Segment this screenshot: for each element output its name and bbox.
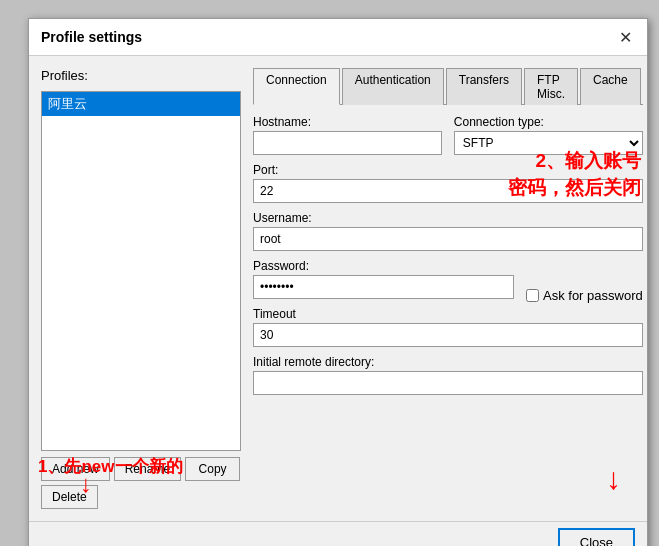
tab-cache[interactable]: Cache bbox=[580, 68, 641, 105]
profile-item[interactable]: 阿里云 bbox=[42, 92, 240, 116]
profiles-list[interactable]: 阿里云 bbox=[41, 91, 241, 451]
hostname-input[interactable] bbox=[253, 131, 442, 155]
close-main-button[interactable]: Close bbox=[558, 528, 635, 546]
profile-buttons-row-1: Add new Rename Copy bbox=[41, 457, 241, 481]
username-group: Username: bbox=[253, 211, 643, 251]
title-bar: Profile settings ✕ bbox=[29, 19, 647, 56]
password-col: Password: bbox=[253, 259, 514, 307]
ask-for-password-col: Ask for password bbox=[526, 259, 643, 307]
tab-connection[interactable]: Connection bbox=[253, 68, 340, 105]
remote-dir-input[interactable] bbox=[253, 371, 643, 395]
connection-type-col: Connection type: SFTP FTP FTPS SCP bbox=[454, 115, 643, 163]
delete-button[interactable]: Delete bbox=[41, 485, 98, 509]
form-row-password: Password: Ask for password bbox=[253, 259, 643, 307]
profiles-label: Profiles: bbox=[41, 68, 241, 83]
timeout-group: Timeout bbox=[253, 307, 643, 347]
tab-authentication[interactable]: Authentication bbox=[342, 68, 444, 105]
ask-for-password-checkbox[interactable] bbox=[526, 289, 539, 302]
right-panel: Connection Authentication Transfers FTP … bbox=[253, 68, 643, 509]
left-panel: Profiles: 阿里云 Add new Rename Copy Delete bbox=[41, 68, 241, 509]
connection-type-select[interactable]: SFTP FTP FTPS SCP bbox=[454, 131, 643, 155]
port-input[interactable] bbox=[253, 179, 643, 203]
add-new-button[interactable]: Add new bbox=[41, 457, 110, 481]
close-icon[interactable]: ✕ bbox=[615, 27, 635, 47]
hostname-group: Hostname: bbox=[253, 115, 442, 155]
ask-for-password-label: Ask for password bbox=[543, 288, 643, 303]
hostname-col: Hostname: bbox=[253, 115, 442, 163]
timeout-input[interactable] bbox=[253, 323, 643, 347]
copy-button[interactable]: Copy bbox=[185, 457, 240, 481]
form-row-hostname-conntype: Hostname: Connection type: SFTP FTP FTPS… bbox=[253, 115, 643, 163]
username-input[interactable] bbox=[253, 227, 643, 251]
dialog-body: Profiles: 阿里云 Add new Rename Copy Delete… bbox=[29, 56, 647, 521]
dialog-footer: Close bbox=[29, 521, 647, 546]
port-group: Port: bbox=[253, 163, 643, 203]
dialog-title: Profile settings bbox=[41, 29, 142, 45]
username-label: Username: bbox=[253, 211, 643, 225]
connection-type-select-wrapper: SFTP FTP FTPS SCP bbox=[454, 131, 643, 155]
password-input[interactable] bbox=[253, 275, 514, 299]
timeout-label: Timeout bbox=[253, 307, 643, 321]
port-label: Port: bbox=[253, 163, 643, 177]
hostname-label: Hostname: bbox=[253, 115, 442, 129]
password-group: Password: bbox=[253, 259, 514, 299]
ask-password-row: Ask for password bbox=[526, 288, 643, 303]
connection-type-label: Connection type: bbox=[454, 115, 643, 129]
connection-type-group: Connection type: SFTP FTP FTPS SCP bbox=[454, 115, 643, 155]
remote-dir-label: Initial remote directory: bbox=[253, 355, 643, 369]
profile-settings-dialog: Profile settings ✕ Profiles: 阿里云 Add new… bbox=[28, 18, 648, 546]
profile-buttons: Add new Rename Copy Delete bbox=[41, 457, 241, 509]
rename-button[interactable]: Rename bbox=[114, 457, 181, 481]
remote-dir-group: Initial remote directory: bbox=[253, 355, 643, 395]
profile-buttons-row-2: Delete bbox=[41, 485, 241, 509]
password-label: Password: bbox=[253, 259, 514, 273]
tab-bar: Connection Authentication Transfers FTP … bbox=[253, 68, 643, 105]
tab-ftp-misc[interactable]: FTP Misc. bbox=[524, 68, 578, 105]
tab-transfers[interactable]: Transfers bbox=[446, 68, 522, 105]
